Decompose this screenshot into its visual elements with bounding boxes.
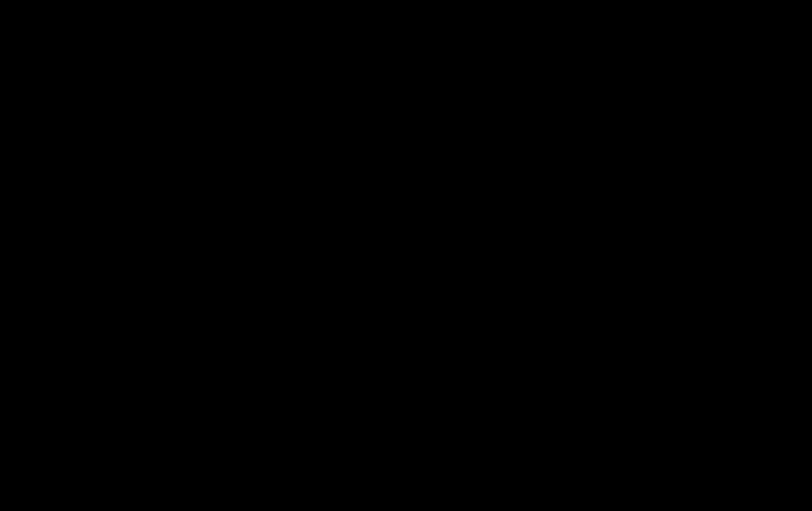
contact-sheet: { "header": { "rows": [ {"label": "File … — [0, 0, 812, 511]
